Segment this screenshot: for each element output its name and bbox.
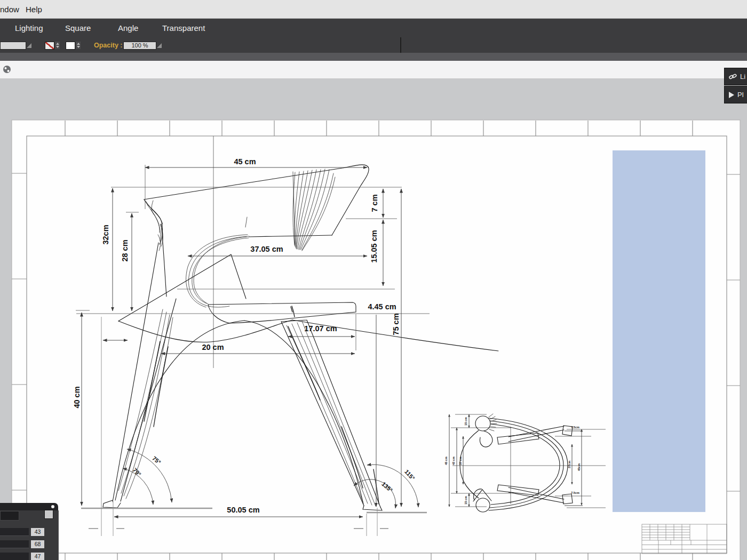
- color-slider-row: 68: [0, 540, 58, 548]
- menu-bar: ndow Help: [0, 0, 747, 19]
- color-swatch-light[interactable]: [44, 510, 53, 519]
- dimension-label: 15 cm: [464, 417, 467, 426]
- dimension-label: 4.45 cm: [368, 302, 396, 311]
- artboard-canvas[interactable]: 45 cm 7 cm 32cm 28 cm 37.05 cm 15.05 cm …: [0, 0, 747, 560]
- color-slider[interactable]: [0, 553, 29, 560]
- options-bar: [0, 61, 747, 79]
- dock-tab-angle[interactable]: Angle: [118, 23, 138, 33]
- menu-item-help[interactable]: Help: [26, 5, 42, 14]
- menu-item-window[interactable]: ndow: [0, 5, 19, 14]
- dock-tab-square[interactable]: Square: [65, 23, 91, 33]
- opacity-label: Opacity :: [94, 42, 123, 49]
- place-panel-tab[interactable]: Pl: [724, 86, 747, 103]
- color-value-field[interactable]: 68: [31, 540, 44, 548]
- blue-image-frame[interactable]: [613, 150, 705, 512]
- link-icon: [729, 73, 737, 80]
- opacity-dropdown-icon[interactable]: [157, 43, 162, 48]
- panel-tab-label: Li: [740, 73, 745, 81]
- dimension-label: 15.05 cm: [370, 230, 378, 262]
- fill-white-swatch[interactable]: [66, 42, 75, 50]
- color-value-field[interactable]: 43: [31, 528, 44, 536]
- dimension-label: 37 cm: [459, 457, 462, 465]
- color-panel-header[interactable]: [0, 503, 58, 510]
- dimension-label: 45 cm: [234, 157, 256, 166]
- dimension-label: 45cm: [577, 463, 581, 471]
- play-icon: [729, 92, 734, 98]
- dimension-label: 7 cm: [370, 194, 379, 212]
- dimension-label: 37cm: [568, 461, 571, 468]
- preset-dropdown-icon[interactable]: [27, 43, 31, 48]
- rotate-view-icon[interactable]: [3, 66, 11, 73]
- color-panel: 43 68 47: [0, 503, 58, 560]
- color-slider-row: 43: [0, 528, 58, 536]
- color-value-field[interactable]: 47: [31, 553, 44, 560]
- control-bar: Opacity : 100 %: [0, 37, 747, 53]
- tool-preset-field[interactable]: [0, 42, 26, 50]
- dimension-label: 75 cm: [392, 313, 400, 335]
- dimension-label: 43 cm: [452, 457, 455, 465]
- panel-menu-icon[interactable]: [51, 505, 54, 508]
- stroke-none-swatch[interactable]: [45, 42, 54, 50]
- dock-tab-lighting[interactable]: Lighting: [15, 23, 43, 33]
- dimension-label: 7.5cm: [571, 491, 579, 494]
- color-slider[interactable]: [0, 540, 29, 548]
- fill-stepper[interactable]: [76, 42, 81, 49]
- dimension-label: 50.05 cm: [227, 506, 259, 514]
- control-bar-divider: [400, 37, 401, 53]
- color-slider-row: 47: [0, 553, 58, 560]
- dimension-label: 28 cm: [121, 239, 129, 261]
- opacity-input[interactable]: 100 %: [123, 42, 156, 50]
- color-slider[interactable]: [0, 528, 29, 536]
- dimension-label: 32cm: [101, 225, 110, 244]
- panel-tab-label: Pl: [737, 91, 744, 99]
- dimension-label: 20 cm: [202, 343, 224, 351]
- dimension-label: 40 cm: [73, 386, 81, 408]
- tool-dock: Lighting Square Angle Transparent: [0, 19, 747, 37]
- dimension-label: 7.5cm: [571, 426, 579, 429]
- dimension-label: 15 cm: [464, 496, 467, 505]
- color-swatch-dark[interactable]: [0, 511, 19, 521]
- links-panel-tab[interactable]: Li: [724, 68, 747, 85]
- dock-tab-transparent[interactable]: Transparent: [162, 23, 205, 33]
- dimension-label: 37.05 cm: [250, 245, 283, 253]
- dimension-label: 17.07 cm: [304, 324, 337, 333]
- dimension-label: 45 cm: [444, 457, 448, 465]
- stroke-stepper[interactable]: [55, 42, 60, 49]
- toolbar-strip: [0, 53, 747, 61]
